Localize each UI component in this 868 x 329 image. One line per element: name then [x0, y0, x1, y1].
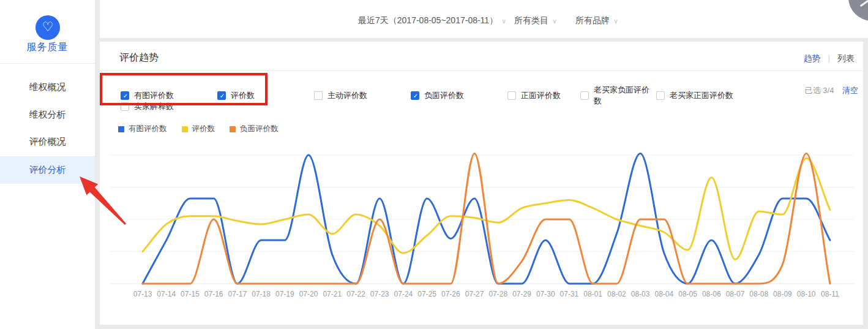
legend-swatch	[230, 126, 236, 132]
date-range-dropdown[interactable]: 最近7天（2017-08-05~2017-08-11）∨	[358, 15, 506, 26]
legend-item-negative-review-count[interactable]: 负面评价数	[230, 124, 279, 134]
sidebar-item-review-overview[interactable]: 评价概况	[0, 136, 95, 148]
filter-option-label: 有图评价数	[134, 90, 174, 101]
x-axis-label: 07-28	[488, 290, 507, 298]
x-axis-label: 07-16	[204, 290, 223, 298]
x-axis-label: 08-02	[607, 290, 626, 298]
x-axis-label: 07-24	[394, 290, 413, 298]
filter-row-1: 有图评价数 评价数 主动评价数 负面评价数 正面评价数 老买家负面评价数 老买家…	[121, 85, 733, 107]
legend-swatch	[118, 126, 124, 132]
chevron-down-icon: ∨	[501, 17, 506, 25]
checkbox[interactable]	[314, 91, 323, 100]
x-axis-label: 07-29	[512, 290, 531, 298]
x-axis-label: 08-11	[821, 290, 839, 298]
series-line-negative-review-count	[143, 153, 830, 284]
x-axis-label: 08-04	[654, 290, 673, 298]
filter-option-label: 评价数	[231, 90, 255, 101]
filter-option-review-count[interactable]: 评价数	[217, 85, 314, 107]
checkbox[interactable]	[507, 91, 516, 100]
tab-list[interactable]: 列表	[837, 53, 855, 63]
tab-trend[interactable]: 趋势	[804, 53, 821, 63]
legend-label: 有图评价数	[129, 124, 167, 134]
x-axis-label: 08-10	[797, 290, 816, 298]
x-axis-label: 07-15	[181, 290, 200, 298]
filter-option-proactive-review-count[interactable]: 主动评价数	[314, 85, 411, 107]
view-toggle: 趋势 | 列表	[804, 53, 855, 64]
x-axis-label: 07-18	[252, 290, 271, 298]
widget-mark	[860, 0, 868, 7]
brand-value: 所有品牌	[575, 15, 610, 25]
checkbox[interactable]	[656, 91, 665, 100]
floating-helper-widget[interactable]	[848, 0, 868, 21]
filter-option-seller-explanation-count[interactable]: 卖家解释数	[121, 101, 174, 112]
filter-option-repeat-buyer-negative-review-count[interactable]: 老买家负面评价数	[580, 85, 656, 107]
filter-option-label: 老买家负面评价数	[594, 85, 656, 107]
sidebar-app-title: 服务质量	[0, 41, 95, 54]
filter-option-negative-review-count[interactable]: 负面评价数	[411, 85, 507, 107]
chevron-down-icon: ∨	[552, 17, 557, 25]
review-trend-panel: 评价趋势 趋势 | 列表 有图评价数 评价数 主动评价数 负面评价数 正面评价数…	[100, 42, 863, 325]
filter-option-label: 主动评价数	[327, 90, 367, 101]
chart-legend: 有图评价数 评价数 负面评价数	[118, 124, 279, 134]
checkbox[interactable]	[121, 102, 129, 111]
checkbox[interactable]	[411, 91, 419, 100]
x-axis-label: 08-09	[773, 290, 792, 298]
chevron-down-icon: ∨	[613, 17, 618, 25]
x-axis-label: 07-31	[560, 290, 579, 298]
x-axis-label: 08-03	[631, 290, 650, 298]
x-axis-label: 07-26	[441, 290, 460, 298]
x-axis-label: 07-14	[157, 290, 176, 298]
filter-option-label: 老买家正面评价数	[670, 90, 733, 101]
x-axis-label: 07-25	[417, 290, 436, 298]
legend-label: 评价数	[192, 124, 215, 134]
brand-dropdown[interactable]: 所有品牌∨	[575, 15, 618, 26]
filter-option-repeat-buyer-positive-review-count[interactable]: 老买家正面评价数	[656, 85, 733, 107]
date-range-value: 最近7天（2017-08-05~2017-08-11）	[358, 15, 498, 25]
sidebar-item-review-analysis[interactable]: 评价分析	[0, 164, 95, 176]
filter-option-positive-review-count[interactable]: 正面评价数	[507, 85, 580, 107]
checkbox[interactable]	[121, 91, 129, 100]
heart-icon: ♡	[36, 15, 60, 40]
x-axis-label: 07-20	[299, 290, 318, 298]
clear-filters-link[interactable]: 清空	[842, 86, 858, 95]
x-axis-label: 07-13	[133, 290, 152, 298]
filter-selection-info: 已选 3/4 清空	[805, 85, 858, 96]
legend-item-with-photo-review-count[interactable]: 有图评价数	[118, 124, 167, 134]
x-axis-label: 08-06	[702, 290, 721, 298]
x-axis-label: 07-17	[228, 290, 247, 298]
app-window: ♡ 服务质量 维权概况 维权分析 评价概况 评价分析 最近7天（2017-08-…	[0, 0, 868, 329]
panel-title: 评价趋势	[119, 51, 159, 64]
legend-item-review-count[interactable]: 评价数	[182, 124, 215, 134]
x-axis-label: 08-08	[749, 290, 768, 298]
filter-option-label: 负面评价数	[424, 90, 464, 101]
selected-count-text: 已选 3/4	[805, 86, 834, 95]
toggle-separator: |	[828, 53, 830, 63]
chart-canvas: 07-1307-1407-1507-1607-1707-1807-1907-20…	[100, 140, 863, 312]
x-axis-label: 07-30	[536, 290, 555, 298]
sidebar-item-rights-analysis[interactable]: 维权分析	[0, 109, 95, 121]
legend-swatch	[182, 126, 188, 132]
x-axis-label: 07-23	[370, 290, 389, 298]
header-divider	[100, 70, 863, 71]
legend-label: 负面评价数	[240, 124, 279, 134]
x-axis-label: 07-27	[465, 290, 484, 298]
x-axis-label: 08-07	[726, 290, 745, 298]
category-dropdown[interactable]: 所有类目∨	[514, 15, 557, 26]
x-axis-label: 07-22	[346, 290, 365, 298]
topbar: 最近7天（2017-08-05~2017-08-11）∨ 所有类目∨ 所有品牌∨	[100, 0, 868, 38]
checkbox[interactable]	[217, 91, 226, 100]
filter-option-label: 卖家解释数	[134, 101, 174, 112]
category-value: 所有类目	[514, 15, 548, 25]
sidebar-item-rights-overview[interactable]: 维权概况	[0, 81, 95, 93]
filter-row-2: 卖家解释数	[121, 101, 174, 112]
sidebar-divider	[0, 63, 95, 64]
x-axis-label: 07-19	[275, 290, 294, 298]
x-axis-label: 07-21	[323, 290, 342, 298]
filter-option-label: 正面评价数	[521, 90, 561, 101]
trend-line-chart: 07-1307-1407-1507-1607-1707-1807-1907-20…	[100, 140, 863, 312]
sidebar: ♡ 服务质量 维权概况 维权分析 评价概况 评价分析	[0, 0, 95, 329]
x-axis-label: 08-01	[583, 290, 602, 298]
checkbox[interactable]	[580, 91, 589, 100]
x-axis-label: 08-05	[678, 290, 697, 298]
